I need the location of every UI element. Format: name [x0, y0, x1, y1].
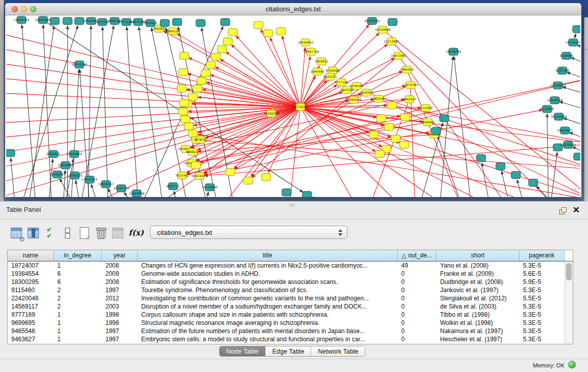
rows-icon[interactable]	[60, 226, 74, 240]
network-node[interactable]: 15718485	[202, 184, 218, 191]
network-edge[interactable]	[202, 141, 580, 169]
network-node[interactable]: 9227349	[556, 67, 570, 74]
network-node[interactable]: 16648784	[446, 48, 462, 55]
network-node[interactable]	[50, 17, 59, 25]
network-node[interactable]: 16154808	[375, 26, 391, 33]
network-node[interactable]: 5878334	[194, 136, 208, 143]
table-row[interactable]: 1872400712008Changes of HCN gene express…	[8, 261, 564, 270]
network-node[interactable]: 9746266	[350, 82, 364, 90]
network-edge[interactable]	[366, 93, 580, 168]
table-source-dropdown[interactable]: citations_edges.txt	[150, 226, 347, 239]
network-node[interactable]	[217, 46, 227, 53]
network-node[interactable]	[188, 130, 198, 137]
network-node[interactable]	[400, 141, 409, 148]
network-node[interactable]	[369, 131, 378, 138]
network-node[interactable]: 12213967	[384, 38, 400, 45]
network-node[interactable]	[191, 162, 201, 169]
tab-network-table[interactable]: Network Table	[311, 346, 365, 356]
network-node[interactable]	[63, 17, 72, 25]
table-row[interactable]: 1456911722003Disruption of a novel membe…	[8, 302, 564, 311]
network-node[interactable]	[388, 18, 397, 26]
network-node[interactable]	[75, 17, 84, 25]
network-node[interactable]	[177, 85, 186, 92]
network-edge[interactable]	[6, 78, 300, 107]
network-node[interactable]: 9777169	[335, 79, 349, 86]
network-node[interactable]	[262, 173, 271, 181]
network-node[interactable]	[496, 163, 505, 170]
network-edge[interactable]	[578, 45, 580, 54]
network-edge[interactable]	[6, 107, 300, 168]
table-row[interactable]: 1830029562008Estimation of significance …	[8, 278, 564, 286]
network-edge[interactable]	[6, 48, 300, 107]
network-edge[interactable]	[6, 107, 300, 123]
network-node[interactable]: 7625402	[176, 172, 189, 179]
tab-node-table[interactable]: Node Table	[220, 346, 266, 356]
memory-status-indicator-icon[interactable]	[568, 361, 576, 368]
network-node[interactable]: 14540910	[298, 39, 314, 46]
function-builder-icon[interactable]: f(x)	[127, 226, 145, 240]
network-node[interactable]: 7955812	[315, 58, 329, 65]
network-edge[interactable]	[563, 87, 580, 97]
network-node[interactable]: 20691406	[35, 16, 51, 24]
network-canvas[interactable]: 1872400714540910169617587955812199044867…	[6, 16, 580, 197]
network-node[interactable]	[180, 52, 189, 59]
network-node[interactable]	[302, 191, 312, 197]
network-node[interactable]: 1990448	[311, 68, 324, 75]
network-node[interactable]: 20364456	[346, 96, 362, 103]
table-vertical-scrollbar[interactable]	[564, 261, 573, 344]
table-row[interactable]: 2242004622012Investigating the contribut…	[8, 294, 564, 302]
network-node[interactable]	[228, 29, 237, 36]
network-edge[interactable]	[482, 163, 492, 197]
column-header-out_de[interactable]: △ out_de...	[398, 250, 437, 261]
network-node[interactable]: 9129966	[560, 52, 574, 59]
network-node[interactable]: 12923448	[129, 190, 145, 197]
network-edge[interactable]	[198, 135, 580, 197]
new-document-icon[interactable]	[77, 226, 91, 240]
window-resize-grip[interactable]	[571, 188, 579, 195]
float-panel-icon[interactable]	[559, 207, 567, 214]
network-edge[interactable]	[139, 27, 165, 197]
network-node[interactable]	[264, 30, 273, 37]
scrollbar-thumb[interactable]	[566, 263, 572, 280]
panel-resize-grip-icon[interactable]	[290, 203, 295, 207]
network-edge[interactable]	[226, 52, 300, 107]
delete-table-disabled-icon[interactable]	[111, 226, 125, 240]
network-node[interactable]	[188, 93, 198, 100]
network-node[interactable]	[172, 18, 182, 26]
table-column-icon[interactable]	[26, 226, 40, 240]
network-node[interactable]: 16782759	[114, 185, 129, 192]
network-node[interactable]	[391, 135, 400, 142]
network-canvas-svg[interactable]: 1872400714540910169617587955812199044867…	[6, 16, 580, 197]
network-node[interactable]	[573, 26, 580, 33]
network-node[interactable]	[6, 149, 15, 157]
network-node[interactable]	[181, 116, 190, 123]
network-node[interactable]	[197, 77, 206, 84]
network-window-titlebar[interactable]: citations_edges.txt	[5, 3, 581, 15]
network-edge[interactable]	[102, 27, 108, 197]
network-node[interactable]	[511, 171, 520, 179]
network-edge[interactable]	[60, 179, 83, 197]
network-edge[interactable]	[76, 181, 83, 197]
network-node[interactable]	[160, 19, 169, 27]
network-node[interactable]	[211, 53, 221, 60]
network-node[interactable]: 16914479	[192, 172, 208, 180]
network-node[interactable]	[375, 150, 384, 158]
network-node[interactable]: 9621072	[323, 73, 337, 80]
network-node[interactable]	[440, 115, 449, 122]
table-row[interactable]: 1938455462009Genome-wide association stu…	[8, 270, 564, 278]
network-node[interactable]	[179, 69, 188, 76]
network-node[interactable]: 10958107	[98, 181, 114, 188]
network-node[interactable]: 17957223	[82, 176, 98, 183]
network-node[interactable]: 2069535	[47, 150, 60, 158]
network-node[interactable]	[254, 21, 263, 29]
network-node[interactable]	[196, 19, 205, 27]
network-node[interactable]: 9699695	[421, 119, 435, 126]
network-node[interactable]: 20387682	[364, 17, 380, 25]
network-edge[interactable]	[571, 58, 580, 67]
network-node[interactable]	[476, 155, 486, 162]
network-node[interactable]: 9498222	[186, 148, 200, 156]
network-node[interactable]	[226, 168, 235, 176]
network-node[interactable]: 11451947	[50, 171, 66, 178]
network-node[interactable]: 9115460	[419, 104, 433, 112]
network-node[interactable]	[244, 177, 253, 184]
